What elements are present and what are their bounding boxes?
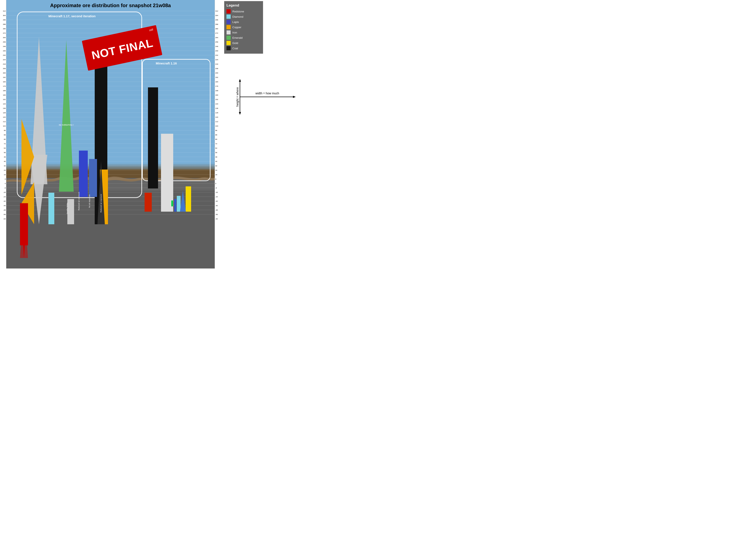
svg-text:height = where: height = where [236, 87, 239, 106]
iron-small-label: Smaller blobs [66, 193, 75, 224]
svg-marker-56 [180, 190, 186, 212]
coal-color-swatch [226, 46, 231, 50]
copper-label-117: No air exposure [89, 180, 98, 222]
copper-label: Copper [232, 26, 242, 29]
svg-marker-58 [239, 79, 241, 82]
legend-item-iron: Iron [226, 30, 261, 34]
svg-marker-59 [239, 112, 241, 115]
lapis-color-swatch [226, 20, 231, 24]
coal-116 [148, 87, 158, 188]
axes-diagram: height = where width = how much [223, 76, 299, 118]
gold-color-swatch [226, 41, 231, 45]
copper2-label: Reduced air exposure [100, 182, 108, 224]
iron-label: Iron [232, 31, 237, 34]
iron-color-swatch [226, 30, 231, 34]
redstone-117 [20, 203, 28, 258]
legend-item-diamond: Diamond [226, 15, 261, 19]
still-text: still [149, 28, 153, 32]
lapis-label: Lapis [232, 21, 239, 23]
diamond-label: Diamond [232, 15, 243, 18]
y-axis-labels-right: 312 304 296 288 280 272 264 256 248 240 … [215, 0, 221, 268]
svg-text:width = how much: width = how much [255, 92, 279, 95]
y-axis-labels-left: 312 304 296 288 280 272 264 256 248 240 … [0, 0, 6, 268]
legend-item-copper: Copper [226, 25, 261, 29]
chart-title: Approximate ore distribution for snapsho… [6, 3, 215, 8]
emerald-color-swatch [226, 36, 231, 40]
emerald-label: Emerald [232, 36, 243, 39]
copper-color-swatch [226, 25, 231, 29]
diamond-color-swatch [226, 15, 231, 19]
emerald-117: Only mountains biome [59, 40, 74, 192]
label-116: Minecraft 1.16 [156, 62, 177, 65]
lapis-label-117: Reduced air exposure [78, 180, 89, 222]
legend-item-gold: Gold [226, 41, 261, 45]
legend-item-emerald: Emerald [226, 36, 261, 40]
gold-116 [186, 186, 191, 212]
not-final-text: NOT FINAL [91, 37, 154, 61]
label-117: Minecraft 1.17, second iteration [49, 14, 95, 18]
redstone-116 [145, 193, 152, 212]
legend-panel: Legend Redstone Diamond Lapis Copper Iro… [224, 1, 263, 54]
svg-marker-61 [293, 96, 296, 98]
copper-116 [180, 190, 186, 212]
coal-label: Coal [232, 47, 238, 50]
legend-title: Legend [226, 3, 261, 8]
gold-label: Gold [232, 41, 238, 45]
redstone-label: Redstone [232, 10, 244, 13]
main-chart: Approximate ore distribution for snapsho… [6, 0, 215, 268]
svg-text:Only mountains biome: Only mountains biome [59, 124, 74, 126]
lapis-116 [174, 199, 176, 212]
legend-item-redstone: Redstone [226, 9, 261, 14]
diamond-117 [49, 193, 54, 224]
emerald-116 [171, 200, 173, 206]
redstone-color-swatch [226, 9, 231, 14]
iron-116 [161, 134, 173, 212]
legend-item-coal: Coal [226, 46, 261, 50]
svg-marker-49 [59, 40, 74, 192]
axes-svg: height = where width = how much [223, 76, 299, 118]
legend-item-lapis: Lapis [226, 20, 261, 24]
